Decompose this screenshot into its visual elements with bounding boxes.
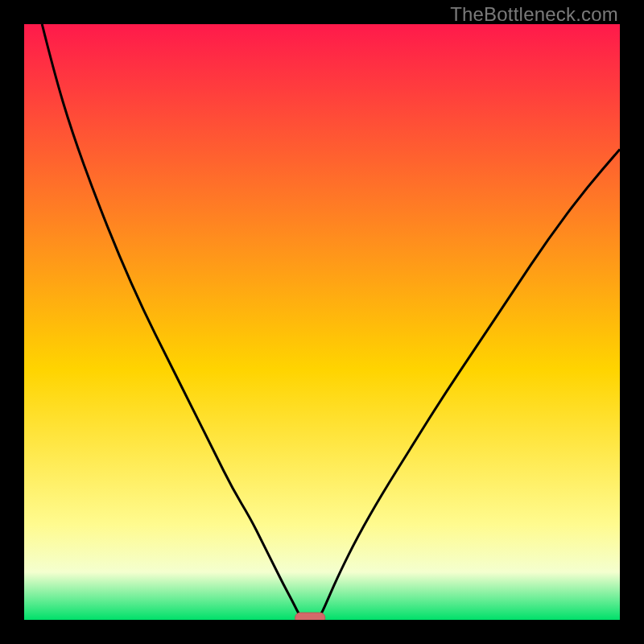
optimal-point-marker (295, 613, 325, 620)
watermark-text: TheBottleneck.com (450, 3, 618, 26)
bottleneck-chart (24, 24, 620, 620)
gradient-background (24, 24, 620, 620)
chart-frame (24, 24, 620, 620)
